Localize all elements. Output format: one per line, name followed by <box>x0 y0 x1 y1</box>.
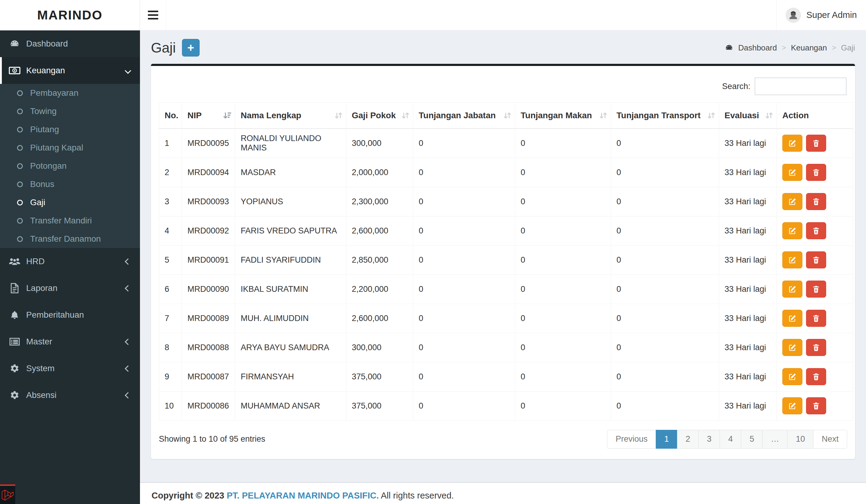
edit-button[interactable] <box>782 368 802 385</box>
cell-tunjangan-makan: 0 <box>515 333 611 362</box>
sidebar-item-hrd[interactable]: HRD <box>0 248 140 275</box>
sidebar-item-bonus[interactable]: Bonus <box>0 175 140 193</box>
pagination-ellipsis: … <box>762 430 788 449</box>
sidebar-item-system[interactable]: System <box>0 355 140 382</box>
add-button[interactable]: + <box>182 39 200 57</box>
edit-button[interactable] <box>782 164 802 181</box>
cell-action <box>777 187 853 216</box>
trash-icon <box>812 343 820 352</box>
edit-button[interactable] <box>782 280 802 298</box>
sidebar-item-gaji[interactable]: Gaji <box>0 193 140 211</box>
sidebar-item-absensi[interactable]: Absensi <box>0 382 140 409</box>
sidebar-item-label: HRD <box>26 256 45 266</box>
company-link[interactable]: PT. PELAYARAN MARINDO PASIFIC. <box>227 491 379 500</box>
sidebar-item-towing[interactable]: Towing <box>0 102 140 121</box>
edit-button[interactable] <box>782 222 802 239</box>
chevron-left-icon <box>125 392 131 398</box>
column-header-nama[interactable]: Nama Lengkap <box>235 103 346 129</box>
app-logo[interactable]: MARINDO <box>0 0 140 31</box>
sidebar-item-pembayaran[interactable]: Pembayaran <box>0 84 140 102</box>
bell-icon <box>8 310 21 320</box>
search-label: Search: <box>722 82 751 91</box>
column-header-tunjangan-jabatan[interactable]: Tunjangan Jabatan <box>413 103 515 129</box>
breadcrumb-dashboard[interactable]: Dashboard <box>738 43 777 53</box>
edit-button[interactable] <box>782 251 802 268</box>
sidebar-item-transfer-mandiri[interactable]: Transfer Mandiri <box>0 211 140 230</box>
pagination-previous[interactable]: Previous <box>607 430 656 449</box>
cell-tunjangan-jabatan: 0 <box>413 245 515 275</box>
delete-button[interactable] <box>806 339 826 356</box>
edit-button[interactable] <box>782 339 802 356</box>
cell-gaji-pokok: 300,000 <box>346 333 413 362</box>
column-header-tunjangan-makan[interactable]: Tunjangan Makan <box>515 103 611 129</box>
table-footer: Showing 1 to 10 of 95 entries Previous 1… <box>159 430 847 449</box>
pagination-page-2[interactable]: 2 <box>677 430 699 449</box>
column-header-gaji-pokok[interactable]: Gaji Pokok <box>346 103 413 129</box>
cell-tunjangan-transport: 0 <box>611 333 719 362</box>
sidebar-item-dashboard[interactable]: Dashboard <box>0 31 140 57</box>
edit-button[interactable] <box>782 310 802 327</box>
delete-button[interactable] <box>806 251 826 268</box>
delete-button[interactable] <box>806 164 826 181</box>
cell-gaji-pokok: 2,000,000 <box>346 158 413 187</box>
top-navbar: Super Admin <box>140 0 866 31</box>
cell-tunjangan-jabatan: 0 <box>413 304 515 333</box>
sidebar-toggle-button[interactable] <box>140 0 166 31</box>
delete-button[interactable] <box>806 397 826 414</box>
user-menu[interactable]: Super Admin <box>776 0 866 30</box>
cell-tunjangan-transport: 0 <box>611 245 719 275</box>
sidebar-item-piutang[interactable]: Piutang <box>0 121 140 139</box>
sort-both-icon <box>599 111 608 120</box>
breadcrumb-keuangan[interactable]: Keuangan <box>791 43 827 53</box>
breadcrumb-separator: > <box>782 44 786 52</box>
column-header-nip[interactable]: NIP <box>182 103 235 129</box>
cell-action <box>777 245 853 275</box>
cell-tunjangan-transport: 0 <box>611 216 719 245</box>
pagination-page-1[interactable]: 1 <box>656 430 677 449</box>
delete-button[interactable] <box>806 222 826 239</box>
column-header-tunjangan-transport[interactable]: Tunjangan Transport <box>611 103 719 129</box>
sidebar-item-potongan[interactable]: Potongan <box>0 157 140 175</box>
sidebar-item-pemberitahuan[interactable]: Pemberitahuan <box>0 301 140 328</box>
pagination-next[interactable]: Next <box>813 430 847 449</box>
edit-button[interactable] <box>782 193 802 210</box>
pagination-page-5[interactable]: 5 <box>741 430 763 449</box>
cell-tunjangan-transport: 0 <box>611 187 719 216</box>
delete-button[interactable] <box>806 310 826 327</box>
delete-button[interactable] <box>806 368 826 385</box>
sort-both-icon <box>334 111 343 120</box>
delete-button[interactable] <box>806 280 826 298</box>
chevron-left-icon <box>125 365 131 371</box>
cell-action <box>777 333 853 362</box>
debugbar-toggle[interactable] <box>0 484 15 504</box>
edit-button[interactable] <box>782 135 802 152</box>
cell-nama: MUH. ALIMUDDIN <box>235 304 346 333</box>
cell-tunjangan-makan: 0 <box>515 245 611 275</box>
sidebar-item-laporan[interactable]: Laporan <box>0 275 140 301</box>
sidebar-item-transfer-danamon[interactable]: Transfer Danamon <box>0 230 140 248</box>
chevron-left-icon <box>125 338 131 345</box>
sidebar-item-keuangan[interactable]: Keuangan <box>0 57 140 84</box>
cell-nip: MRD00094 <box>182 158 235 187</box>
table-row: 9MRD00087FIRMANSYAH375,00000033 Hari lag… <box>159 362 853 391</box>
edit-button[interactable] <box>782 397 802 414</box>
cell-nip: MRD00087 <box>182 362 235 391</box>
rights-text: All rights reserved. <box>381 491 454 500</box>
circle-icon <box>17 236 23 242</box>
sidebar-item-master[interactable]: Master <box>0 328 140 355</box>
cell-tunjangan-makan: 0 <box>515 391 611 421</box>
chevron-down-icon <box>125 67 131 73</box>
search-input[interactable] <box>755 78 846 95</box>
cell-nip: MRD00088 <box>182 333 235 362</box>
pagination-page-4[interactable]: 4 <box>720 430 741 449</box>
pagination-page-10[interactable]: 10 <box>787 430 813 449</box>
breadcrumb-separator: > <box>832 44 836 52</box>
delete-button[interactable] <box>806 135 826 152</box>
sidebar-item-piutang-kapal[interactable]: Piutang Kapal <box>0 139 140 157</box>
table-row: 3MRD00093YOPIANUS2,300,00000033 Hari lag… <box>159 187 853 216</box>
column-header-evaluasi[interactable]: Evaluasi <box>719 103 777 129</box>
pagination-page-3[interactable]: 3 <box>698 430 720 449</box>
cell-action <box>777 275 853 304</box>
delete-button[interactable] <box>806 193 826 210</box>
pagination: Previous 1 2 3 4 5 … 10 Next <box>607 430 847 449</box>
